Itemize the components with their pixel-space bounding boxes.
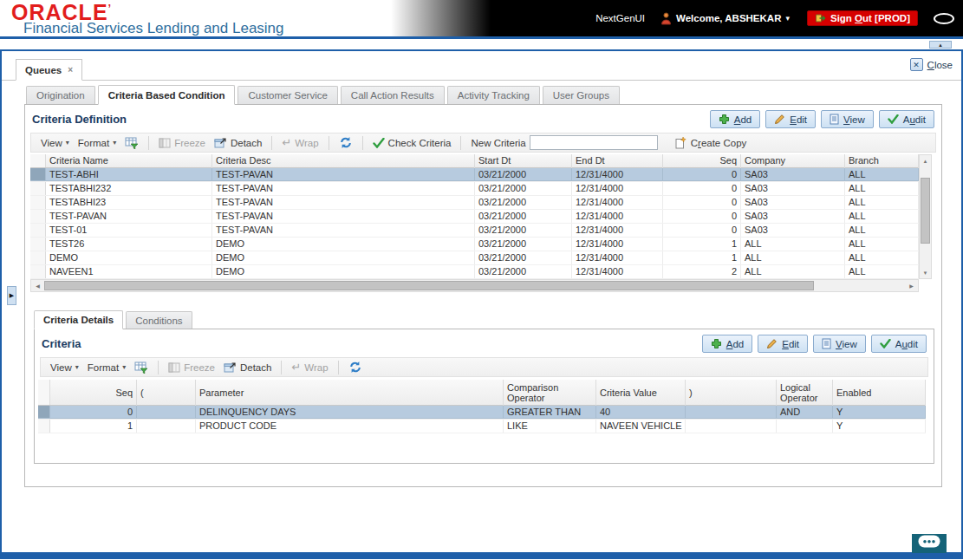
table-row[interactable]: TESTABHI232TEST-PAVAN03/21/200012/31/400…	[30, 182, 919, 196]
format-menu[interactable]: Format▾	[88, 362, 126, 373]
scroll-up-icon[interactable]: ▲	[920, 156, 931, 166]
scroll-right-icon[interactable]: ▶	[906, 280, 917, 291]
criteria-definition-gridwrap: Criteria NameCriteria DescStart DtEnd Dt…	[30, 154, 936, 279]
query-by-example-icon[interactable]	[134, 361, 148, 374]
tab-origination[interactable]: Origination	[26, 86, 95, 104]
tab-close-icon[interactable]: ×	[68, 65, 73, 75]
criteria-details-panel: Criteria AddEditViewAudit View▾ Format▾ …	[34, 329, 934, 464]
scrollbar-thumb[interactable]	[44, 281, 814, 290]
audit-label: Audit	[903, 114, 926, 125]
format-menu[interactable]: Format▾	[78, 138, 116, 148]
column-header[interactable]: Enabled	[833, 380, 926, 406]
column-header[interactable]: Company	[741, 154, 845, 168]
detach-button[interactable]: Detach	[224, 361, 271, 373]
tab-criteria-details[interactable]: Criteria Details	[34, 310, 123, 329]
edit-button[interactable]: Edit	[765, 110, 816, 128]
section-title: Criteria Definition	[32, 113, 127, 126]
wrap-button[interactable]: ↵Wrap	[282, 136, 318, 149]
column-header[interactable]: Seq	[50, 380, 137, 406]
tab-user-groups[interactable]: User Groups	[543, 86, 620, 104]
cell: 03/21/2000	[475, 210, 572, 223]
column-header[interactable]: End Dt	[572, 154, 663, 168]
edit-button[interactable]: Edit	[758, 335, 808, 353]
view-menu[interactable]: View▾	[41, 138, 69, 148]
scroll-left-icon[interactable]: ◀	[32, 280, 43, 291]
column-header[interactable]: Comparison Operator	[504, 380, 596, 406]
column-header[interactable]: Start Dt	[475, 154, 572, 168]
column-header[interactable]: Criteria Name	[46, 154, 212, 168]
add-button[interactable]: Add	[710, 110, 760, 128]
criteria-definition-toolbar: View▾ Format▾ Freeze Detach ↵Wrap Check …	[30, 133, 936, 153]
query-by-example-icon[interactable]	[125, 137, 139, 149]
detach-icon	[214, 137, 227, 148]
freeze-button[interactable]: Freeze	[159, 138, 205, 148]
table-row[interactable]: NAVEEN1DEMO03/21/200012/31/40002ALLALL	[30, 265, 919, 279]
tab-criteria-based-condition[interactable]: Criteria Based Condition	[98, 85, 236, 105]
edit-label: Edit	[790, 114, 807, 125]
cell: 12/31/4000	[572, 224, 663, 237]
row-gutter	[38, 420, 50, 433]
toolbar-separator	[148, 136, 149, 150]
table-row[interactable]: TEST-PAVANTEST-PAVAN03/21/200012/31/4000…	[30, 210, 919, 224]
freeze-button[interactable]: Freeze	[168, 362, 215, 373]
scroll-down-icon[interactable]: ▼	[920, 268, 931, 277]
row-gutter	[30, 265, 46, 278]
cell: LIKE	[504, 420, 596, 433]
cell: 12/31/4000	[572, 182, 663, 195]
tab-call-action-results[interactable]: Call Action Results	[341, 86, 445, 104]
horizontal-scrollbar[interactable]: ◀ ▶	[30, 279, 919, 292]
view-menu[interactable]: View▾	[50, 362, 79, 373]
view-menu-label: View	[41, 138, 62, 148]
tab-activity-tracking[interactable]: Activity Tracking	[447, 86, 540, 104]
close-button[interactable]: ✕ Close	[910, 58, 953, 71]
column-header[interactable]: Criteria Value	[596, 380, 686, 406]
column-header[interactable]: Logical Operator	[777, 380, 833, 406]
workspace-tab-queues[interactable]: Queues ×	[16, 59, 82, 81]
tab-conditions[interactable]: Conditions	[126, 311, 192, 329]
refresh-button[interactable]	[348, 361, 362, 374]
create-copy-icon	[674, 136, 687, 149]
table-row[interactable]: TEST-ABHITEST-PAVAN03/21/200012/31/40000…	[30, 168, 919, 182]
column-header[interactable]: Parameter	[196, 380, 504, 406]
column-header[interactable]: )	[686, 380, 777, 406]
audit-button[interactable]: Audit	[871, 335, 927, 353]
column-header[interactable]: Branch	[845, 154, 919, 168]
view-button[interactable]: View	[813, 335, 866, 353]
workspace-tabstrip: Queues × ✕ Close	[2, 51, 961, 81]
cell: GREATER THAN	[504, 406, 596, 419]
nextgen-link[interactable]: NextGenUI	[595, 13, 645, 23]
column-header[interactable]: Criteria Desc	[212, 154, 475, 168]
vertical-scrollbar[interactable]: ▲ ▼	[919, 154, 932, 279]
sign-out-button[interactable]: Sign Out [PROD]	[807, 10, 918, 26]
view-button[interactable]: View	[821, 110, 874, 128]
detach-button[interactable]: Detach	[214, 137, 262, 148]
cell: ALL	[741, 265, 845, 278]
column-header[interactable]: Seq	[663, 154, 741, 168]
refresh-button[interactable]	[339, 136, 353, 149]
new-criteria-label: New Criteria	[471, 138, 525, 148]
chevron-down-icon: ▾	[122, 363, 126, 371]
new-criteria-input[interactable]	[530, 135, 658, 150]
cell: TEST-PAVAN	[46, 210, 212, 223]
column-header[interactable]: (	[137, 380, 196, 406]
tab-customer-service[interactable]: Customer Service	[237, 86, 337, 104]
cell: 03/21/2000	[475, 168, 572, 181]
chat-widget-button[interactable]	[912, 534, 947, 553]
user-menu[interactable]: Welcome, ABSHEKAR ▾	[660, 12, 790, 25]
collapse-up-button[interactable]: ▲	[929, 41, 952, 49]
assistant-oval-icon[interactable]	[934, 13, 954, 24]
table-row[interactable]: TESTABHI23TEST-PAVAN03/21/200012/31/4000…	[30, 196, 919, 210]
add-button[interactable]: Add	[702, 335, 752, 353]
scrollbar-thumb[interactable]	[921, 178, 930, 244]
freeze-icon	[168, 362, 180, 373]
table-row[interactable]: TEST-01TEST-PAVAN03/21/200012/31/40000SA…	[30, 224, 919, 238]
check-criteria-button[interactable]: Check Criteria	[373, 138, 452, 148]
panel-splitter-handle[interactable]: ▶	[7, 286, 16, 305]
wrap-button[interactable]: ↵Wrap	[291, 361, 328, 374]
table-row[interactable]: 1PRODUCT CODELIKENAVEEN VEHICLEY	[38, 420, 926, 433]
table-row[interactable]: DEMODEMO03/21/200012/31/40001ALLALL	[30, 251, 919, 265]
create-copy-button[interactable]: Create Copy	[674, 136, 747, 149]
table-row[interactable]: TEST26DEMO03/21/200012/31/40001ALLALL	[30, 238, 919, 251]
audit-button[interactable]: Audit	[879, 110, 934, 128]
table-row[interactable]: 0DELINQUENCY DAYSGREATER THAN40ANDY	[38, 406, 926, 420]
